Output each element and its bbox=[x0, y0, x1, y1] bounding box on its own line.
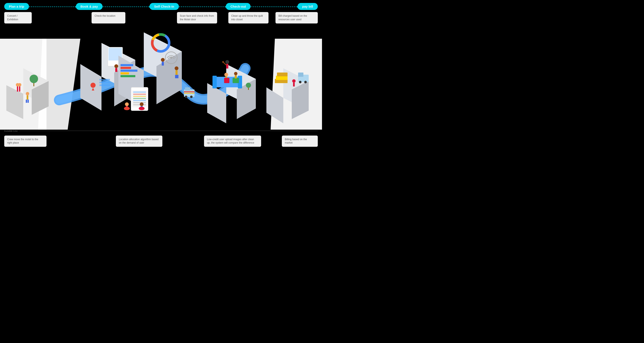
svg-rect-8 bbox=[34, 83, 34, 86]
svg-rect-36 bbox=[120, 64, 133, 66]
svg-point-80 bbox=[292, 79, 296, 83]
flow-connector-2 bbox=[102, 6, 150, 7]
svg-rect-37 bbox=[120, 67, 131, 69]
svg-point-54 bbox=[125, 102, 129, 106]
svg-rect-98 bbox=[175, 75, 177, 78]
svg-rect-53 bbox=[133, 104, 146, 105]
desc-top-scan: Scan face and check info from the Motel … bbox=[177, 12, 217, 24]
svg-point-70 bbox=[246, 83, 251, 88]
svg-point-92 bbox=[226, 60, 229, 64]
svg-rect-91 bbox=[184, 93, 194, 94]
svg-point-41 bbox=[161, 58, 165, 62]
svg-rect-87 bbox=[185, 87, 190, 90]
svg-point-84 bbox=[299, 81, 302, 83]
desc-top-location: Check the location bbox=[92, 12, 125, 24]
flow-step-book[interactable]: Book & pay bbox=[76, 3, 103, 10]
flow-bar: Plan a trip Book & pay Self Check-in Che… bbox=[0, 0, 322, 10]
flow-step-checkin[interactable]: Self Check-in bbox=[150, 3, 179, 10]
svg-rect-99 bbox=[177, 75, 178, 78]
desc-top-cleanup: Clean up and throw the quilt into closet bbox=[228, 12, 268, 24]
svg-rect-69 bbox=[224, 78, 230, 83]
svg-rect-73 bbox=[235, 75, 237, 78]
svg-rect-27 bbox=[99, 82, 110, 83]
svg-rect-51 bbox=[133, 100, 146, 101]
svg-point-7 bbox=[30, 75, 38, 83]
svg-point-59 bbox=[139, 107, 144, 110]
desc-bottom-billing-market: Billing based on the market bbox=[282, 136, 318, 147]
svg-point-88 bbox=[185, 96, 187, 98]
svg-rect-93 bbox=[226, 64, 228, 68]
svg-rect-81 bbox=[293, 83, 295, 86]
svg-point-96 bbox=[175, 66, 178, 70]
svg-point-72 bbox=[234, 72, 238, 75]
flow-step-checkout[interactable]: Check-out bbox=[226, 3, 250, 10]
main-illustration bbox=[0, 26, 322, 130]
svg-rect-83 bbox=[298, 72, 304, 77]
invisible-line-label: Invisible Line bbox=[4, 130, 20, 132]
svg-rect-79 bbox=[277, 72, 288, 76]
svg-rect-11 bbox=[26, 100, 27, 103]
svg-rect-26 bbox=[99, 79, 110, 80]
svg-rect-38 bbox=[120, 70, 138, 72]
svg-rect-23 bbox=[115, 68, 117, 72]
desc-bottom-crew: Crew move the motel to the right place bbox=[4, 136, 46, 147]
svg-point-89 bbox=[190, 96, 192, 98]
svg-point-56 bbox=[124, 107, 130, 110]
invisible-line-container: Invisible Line bbox=[0, 130, 322, 132]
svg-point-57 bbox=[140, 102, 144, 106]
svg-rect-68 bbox=[232, 78, 239, 83]
svg-point-24 bbox=[90, 83, 96, 88]
flow-step-pay[interactable]: pay bill bbox=[298, 3, 318, 10]
desc-bottom-location-algo: Location allocation algorithm based on t… bbox=[116, 136, 162, 147]
svg-point-66 bbox=[224, 73, 228, 76]
svg-point-22 bbox=[114, 64, 118, 68]
desc-bottom-low-credit: Low-credit user upload images after clea… bbox=[204, 136, 261, 147]
svg-rect-10 bbox=[27, 95, 28, 100]
svg-rect-97 bbox=[176, 70, 178, 75]
svg-point-44 bbox=[170, 57, 172, 59]
svg-point-9 bbox=[26, 92, 29, 95]
svg-rect-39 bbox=[120, 72, 129, 74]
svg-rect-90 bbox=[184, 91, 194, 92]
svg-rect-28 bbox=[99, 84, 110, 86]
svg-rect-49 bbox=[133, 96, 146, 97]
svg-point-85 bbox=[304, 81, 307, 83]
flow-connector-3 bbox=[179, 6, 226, 7]
invisible-line-rule bbox=[20, 131, 318, 131]
desc-top-concert: Concert / Exhibition bbox=[4, 12, 32, 24]
svg-rect-47 bbox=[133, 92, 146, 92]
flow-connector-4 bbox=[250, 6, 298, 7]
svg-point-16 bbox=[18, 83, 21, 86]
svg-rect-42 bbox=[162, 62, 164, 66]
svg-rect-52 bbox=[133, 102, 146, 103]
desc-row-bottom: Crew move the motel to the right place L… bbox=[0, 132, 322, 147]
svg-rect-50 bbox=[133, 98, 146, 99]
svg-rect-48 bbox=[133, 94, 146, 95]
flow-step-plan[interactable]: Plan a trip bbox=[4, 3, 29, 10]
svg-point-95 bbox=[222, 61, 224, 63]
desc-top-bill: Bill charged based on the resources user… bbox=[276, 12, 318, 24]
svg-rect-64 bbox=[212, 76, 217, 88]
flow-connector-1 bbox=[29, 6, 76, 7]
desc-row-top: Concert / Exhibition Check the location … bbox=[0, 10, 322, 24]
svg-rect-71 bbox=[248, 88, 249, 90]
svg-rect-40 bbox=[120, 75, 135, 77]
svg-rect-12 bbox=[28, 100, 29, 103]
